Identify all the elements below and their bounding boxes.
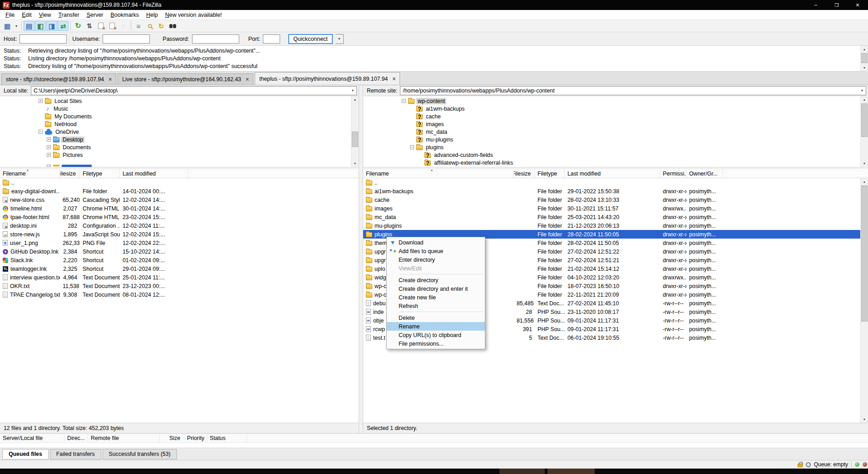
queue-column-status[interactable]: Status — [207, 434, 247, 442]
port-input[interactable] — [263, 34, 280, 44]
pane-splitter[interactable] — [359, 85, 363, 433]
site-manager-dropdown-icon[interactable]: ▾ — [13, 21, 20, 31]
queue-column-direc[interactable]: Direc... — [64, 434, 88, 442]
file-row-timeline-html[interactable]: timeline.html2,027Chrome HTML ...30-01-2… — [0, 204, 359, 213]
column-header-filename[interactable]: Filename — [363, 169, 514, 178]
scroll-up-icon[interactable]: ▲ — [861, 178, 868, 185]
column-header-last-modified[interactable]: Last modified — [565, 169, 660, 178]
local-site-combo[interactable]: C:\Users\jeetp\OneDrive\Desktop\ ▾ — [31, 86, 357, 95]
scroll-down-icon[interactable]: ▼ — [861, 160, 868, 167]
remote-tree-scrollbar[interactable]: ▲ ▼ — [860, 96, 868, 167]
tree-item-advanced-custom-fields[interactable]: advanced-custom-fields — [363, 151, 868, 159]
expander-minus-icon[interactable]: − — [39, 130, 43, 134]
queue-column-server-local-file[interactable]: Server/Local file — [0, 434, 64, 442]
menu-new-version-available[interactable]: New version available! — [162, 11, 226, 19]
column-header-last-modified[interactable]: Last modified — [120, 169, 188, 178]
close-tab-icon[interactable] — [246, 76, 249, 83]
toggle-transfer-queue-button[interactable]: ⇄ — [58, 21, 69, 31]
tab-store[interactable]: store - sftp://storeclone@159.89.107.94 — [1, 73, 116, 85]
file-row-mc-data[interactable]: mc_dataFile folder25-03-2021 14:43:20drw… — [363, 213, 868, 221]
tree-item-onedrive[interactable]: −OneDrive — [0, 128, 359, 136]
scroll-up-icon[interactable]: ▲ — [861, 96, 868, 103]
context-item-file-permissions[interactable]: File permissions... — [387, 339, 485, 348]
expander-plus-icon[interactable]: + — [47, 137, 51, 142]
context-item-delete[interactable]: Delete — [387, 313, 485, 322]
queue-column-remote-file[interactable]: Remote file — [88, 434, 160, 442]
column-header-filesize[interactable]: Filesize — [60, 169, 80, 178]
tab-theplus[interactable]: theplus - sftp://posimythinnovations@159… — [255, 72, 400, 85]
scroll-down-icon[interactable]: ▼ — [861, 64, 868, 71]
directory-comparison-button[interactable] — [144, 21, 155, 31]
file-row-interview-question-txt[interactable]: interview question.txt4,964Text Document… — [0, 273, 359, 282]
tree-item-nethood[interactable]: NetHood — [0, 120, 359, 128]
queue-tab-queued-files[interactable]: Queued files — [2, 449, 49, 459]
menu-view[interactable]: View — [35, 11, 55, 19]
menu-file[interactable]: File — [2, 11, 18, 19]
queue-tab-successful-transfers-53[interactable]: Successful transfers (53) — [103, 449, 177, 459]
expander-plus-icon[interactable]: + — [47, 145, 51, 149]
tree-item-affiliatewp-external-referral-links[interactable]: affiliatewp-external-referral-links — [363, 159, 868, 166]
file-row-tpae-footer-html[interactable]: tpae-footer.html87,688Chrome HTML ...23-… — [0, 213, 359, 221]
tree-item-local-sites[interactable]: +Local Sites — [0, 97, 359, 105]
filter-button[interactable]: ≡ — [133, 21, 144, 31]
file-row-tpae-changelog-txt[interactable]: TPAE Changelog.txt9,308Text Document08-0… — [0, 290, 359, 299]
toggle-remote-tree-button[interactable]: ◨ — [46, 21, 57, 31]
scroll-down-icon[interactable]: ▼ — [351, 160, 359, 167]
tree-item-plugins[interactable]: −plugins — [363, 143, 868, 151]
expander-plus-icon[interactable]: + — [39, 99, 43, 103]
file-row-github-desktop-lnk[interactable]: GitHub Desktop.lnk2,384Shortcut15-10-202… — [0, 247, 359, 256]
file-row-mu-plugins[interactable]: mu-pluginsFile folder21-12-2023 20:06:13… — [363, 221, 868, 230]
scrollbar-thumb[interactable] — [861, 186, 868, 322]
tree-item-my-documents[interactable]: My Documents — [0, 112, 359, 120]
remote-list-scrollbar[interactable]: ▲ ▼ — [860, 178, 868, 423]
context-item-create-directory[interactable]: Create directory — [387, 276, 485, 284]
scroll-up-icon[interactable]: ▲ — [861, 46, 868, 53]
password-input[interactable] — [192, 34, 239, 44]
username-input[interactable] — [103, 34, 150, 44]
cancel-operation-button[interactable] — [95, 21, 106, 31]
file-row-easy-digital-downl[interactable]: easy-digital-downl...File folder14-01-20… — [0, 187, 359, 195]
find-files-button[interactable] — [167, 21, 178, 31]
toggle-message-log-button[interactable]: ▤ — [24, 21, 35, 31]
file-row-desktop-ini[interactable]: desktop.ini282Configuration ...12-02-202… — [0, 221, 359, 230]
column-header-filetype[interactable]: Filetype — [535, 169, 565, 178]
context-item-create-directory-and-enter-it[interactable]: Create directory and enter it — [387, 284, 485, 293]
context-item-create-new-file[interactable]: Create new file — [387, 293, 485, 302]
file-row-[interactable]: .. — [0, 178, 359, 187]
column-header-filetype[interactable]: Filetype — [80, 169, 120, 178]
expander-minus-icon[interactable]: − — [410, 145, 414, 149]
close-button[interactable] — [847, 0, 868, 10]
close-tab-icon[interactable] — [108, 76, 112, 83]
tree-item-desktop[interactable]: +Desktop — [0, 136, 359, 143]
column-header-permissi[interactable]: Permissi... — [660, 169, 686, 178]
tree-item-wp-content[interactable]: −wp-content — [363, 97, 868, 105]
tree-item-pictures[interactable]: +Pictures — [0, 151, 359, 159]
queue-column-size[interactable]: Size — [160, 434, 184, 442]
local-tree-scrollbar[interactable]: ▲ ▼ — [351, 96, 359, 167]
context-item-add-files-to-queue[interactable]: Add files to queue — [387, 247, 485, 255]
tree-item-documents[interactable]: +Documents — [0, 143, 359, 151]
menu-edit[interactable]: Edit — [18, 11, 35, 19]
minimize-button[interactable] — [805, 0, 826, 10]
context-item-refresh[interactable]: Refresh — [387, 302, 485, 310]
context-item-rename[interactable]: Rename — [387, 322, 485, 331]
host-input[interactable] — [20, 34, 67, 44]
column-header-filename[interactable]: Filename — [0, 169, 60, 178]
tree-item-mc-data[interactable]: mc_data — [363, 128, 868, 136]
context-item-download[interactable]: Download — [387, 238, 485, 247]
tab-live[interactable]: Live store - sftp://posimythstore@164.90… — [118, 73, 253, 85]
file-row-okr-txt[interactable]: OKR.txt11,538Text Document23-12-2023 00:… — [0, 282, 359, 290]
context-item-enter-directory[interactable]: Enter directory — [387, 255, 485, 264]
quickconnect-button[interactable]: Quickconnect — [288, 34, 333, 44]
scrollbar-thumb[interactable] — [861, 103, 868, 137]
process-queue-button[interactable]: ⇅ — [84, 21, 95, 31]
tree-item-images[interactable]: images — [363, 120, 868, 128]
site-manager-button[interactable]: ▦ — [2, 21, 13, 31]
menu-bookmarks[interactable]: Bookmarks — [107, 11, 143, 19]
file-row-cache[interactable]: cacheFile folder28-02-2024 13:10:33drwxr… — [363, 195, 868, 204]
file-row-ai1wm-backups[interactable]: ai1wm-backupsFile folder29-01-2022 15:50… — [363, 187, 868, 195]
file-row-user-1-png[interactable]: user_1.png262,332PNG File12-02-2024 22:.… — [0, 239, 359, 247]
toggle-local-tree-button[interactable]: ◧ — [35, 21, 46, 31]
maximize-button[interactable] — [826, 0, 847, 10]
file-row-new-store-css[interactable]: new-store.css65,240Cascading Styl...12-0… — [0, 195, 359, 204]
